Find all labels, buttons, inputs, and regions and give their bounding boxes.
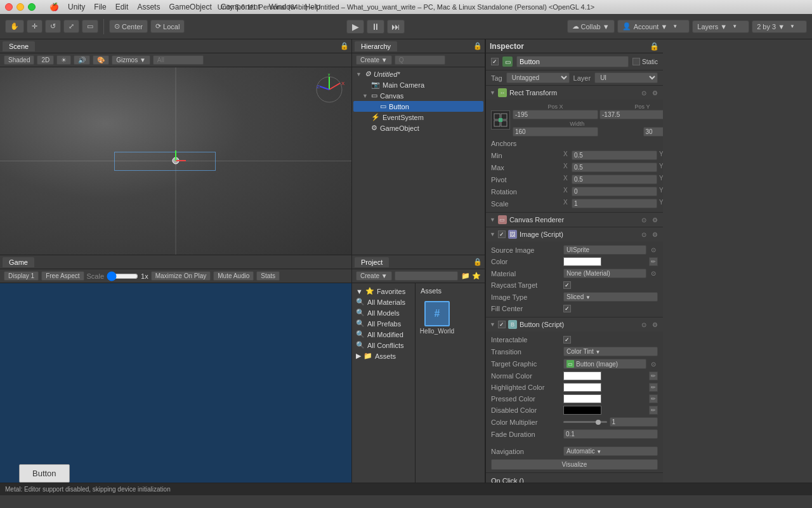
rot-x[interactable] (572, 187, 657, 196)
project-folder-all-modified[interactable]: 🔍 All Modified (352, 329, 415, 340)
inspector-lock-icon[interactable]: 🔒 (650, 42, 659, 51)
close-button[interactable] (5, 3, 13, 11)
project-star-icon[interactable]: ⭐ (472, 272, 481, 280)
layout-dropdown[interactable]: 2 by 3 ▼ (752, 20, 807, 33)
color-multiplier-slider[interactable] (563, 421, 607, 423)
scene-viewport[interactable]: X Y Z (0, 67, 351, 255)
2d-button[interactable]: 2D (37, 55, 54, 65)
material-target-btn[interactable]: ⊙ (649, 269, 658, 278)
canvas-renderer-gear-btn[interactable]: ⚙ (650, 215, 659, 224)
project-folder-all-conflicts[interactable]: 🔍 All Conflicts (352, 340, 415, 351)
anchor-widget[interactable] (491, 110, 510, 130)
scene-search-input[interactable] (153, 55, 204, 65)
source-image-ref[interactable]: UISprite (563, 245, 646, 255)
project-lock-icon[interactable]: 🔒 (473, 258, 482, 266)
rotate-tool[interactable]: ↺ (45, 20, 61, 33)
transform-gizmo[interactable] (163, 148, 188, 175)
display-dropdown[interactable]: Display 1 (4, 271, 39, 281)
material-ref[interactable]: None (Material) (563, 269, 646, 278)
layers-dropdown[interactable]: Layers ▼ (692, 20, 749, 33)
step-button[interactable]: ⏭ (387, 20, 405, 34)
button-script-ref-btn[interactable]: ⊙ (639, 320, 648, 329)
rect-transform-gear-btn[interactable]: ⚙ (650, 88, 659, 97)
tab-game[interactable]: Game (3, 257, 34, 267)
hand-tool[interactable]: ✋ (5, 20, 24, 33)
hierarchy-item-untitled[interactable]: ▼ ⚙ Untitled* (353, 69, 483, 79)
shading-dropdown[interactable]: Shaded (4, 55, 34, 65)
image-type-select[interactable]: Sliced (563, 292, 658, 302)
image-script-header[interactable]: ▼ ✓ 🖼 Image (Script) ⊙ ⚙ (486, 227, 663, 241)
canvas-renderer-header[interactable]: ▼ ▭ Canvas Renderer ⊙ ⚙ (486, 213, 663, 227)
height-input[interactable] (643, 127, 664, 137)
hierarchy-item-gameobject[interactable]: ⚙ GameObject (353, 123, 483, 133)
visualize-button[interactable]: Visualize (491, 459, 658, 470)
rect-transform-header[interactable]: ▼ ↔ Rect Transform ⊙ ⚙ (486, 86, 663, 100)
raycast-checkbox[interactable]: ✓ (563, 281, 571, 289)
pressed-color-swatch[interactable] (563, 394, 601, 403)
fill-center-checkbox[interactable]: ✓ (563, 305, 571, 312)
button-script-gear-btn[interactable]: ⚙ (650, 320, 659, 329)
interactable-checkbox[interactable]: ✓ (563, 336, 571, 344)
game-viewport[interactable]: Button (0, 283, 351, 495)
pos-y-input[interactable] (599, 110, 663, 119)
fade-duration-input[interactable] (563, 429, 658, 439)
static-checkbox[interactable]: Static (632, 58, 658, 65)
disabled-color-picker-btn[interactable]: ✏ (649, 406, 658, 415)
color-multiplier-input[interactable] (610, 417, 658, 427)
menu-apple[interactable]: 🍎 (49, 3, 59, 11)
button-script-enabled[interactable]: ✓ (498, 321, 506, 328)
collab-button[interactable]: ☁ Collab ▼ (567, 20, 615, 33)
normal-color-swatch[interactable] (563, 371, 601, 380)
menu-gameobject[interactable]: GameObject (169, 3, 211, 11)
color-picker-btn[interactable]: ✏ (649, 257, 658, 266)
account-dropdown[interactable]: 👤 Account ▼ (617, 20, 690, 33)
scene-lock-icon[interactable]: 🔒 (340, 42, 349, 50)
menu-edit[interactable]: Edit (115, 3, 129, 11)
mute-audio-btn[interactable]: Mute Audio (213, 271, 254, 281)
pause-button[interactable]: ⏸ (367, 20, 384, 34)
canvas-renderer-ref-btn[interactable]: ⊙ (639, 215, 648, 224)
target-graphic-ref[interactable]: ▭ Button (Image) (563, 359, 646, 369)
audio-button[interactable]: 🔊 (74, 55, 90, 65)
game-button-preview[interactable]: Button (19, 464, 70, 483)
disabled-color-swatch[interactable] (563, 406, 601, 415)
scale-tool[interactable]: ⤢ (63, 20, 79, 33)
scale-slider[interactable] (107, 271, 138, 281)
local-toggle[interactable]: ⟳ Local (150, 20, 185, 33)
menu-unity[interactable]: Unity (68, 3, 85, 11)
project-folder-icon[interactable]: 📁 (461, 272, 470, 280)
menu-assets[interactable]: Assets (137, 3, 160, 11)
source-image-target-btn[interactable]: ⊙ (649, 246, 658, 255)
effects-button[interactable]: 🎨 (93, 55, 109, 65)
tab-scene[interactable]: Scene (3, 41, 35, 51)
width-input[interactable] (513, 127, 598, 137)
highlighted-color-picker-btn[interactable]: ✏ (649, 383, 658, 392)
object-enabled-checkbox[interactable]: ✓ (491, 58, 499, 65)
minimize-button[interactable] (16, 3, 24, 11)
project-folder-all-models[interactable]: 🔍 All Models (352, 307, 415, 318)
anchor-max-x[interactable] (572, 163, 657, 172)
hierarchy-item-button[interactable]: ▭ Button (353, 101, 483, 112)
hierarchy-search-input[interactable] (395, 55, 445, 65)
project-folder-all-prefabs[interactable]: 🔍 All Prefabs (352, 318, 415, 329)
aspect-dropdown[interactable]: Free Aspect (41, 271, 84, 281)
hierarchy-lock-icon[interactable]: 🔒 (473, 42, 482, 50)
hierarchy-item-eventsystem[interactable]: ⚡ EventSystem (353, 112, 483, 123)
image-script-ref-btn[interactable]: ⊙ (639, 230, 648, 239)
rect-tool[interactable]: ▭ (82, 20, 98, 33)
menu-file[interactable]: File (94, 3, 106, 11)
project-create-btn[interactable]: Create ▼ (356, 271, 392, 281)
move-tool[interactable]: ✛ (27, 20, 43, 33)
transition-select[interactable]: Color Tint (563, 347, 658, 356)
image-script-gear-btn[interactable]: ⚙ (650, 230, 659, 239)
project-folder-all-materials[interactable]: 🔍 All Materials (352, 297, 415, 307)
anchor-min-x[interactable] (572, 150, 657, 160)
pos-x-input[interactable] (513, 110, 598, 119)
tab-hierarchy[interactable]: Hierarchy (355, 41, 397, 51)
gizmos-dropdown[interactable]: Gizmos ▼ (112, 55, 150, 65)
image-script-enabled[interactable]: ✓ (498, 231, 506, 238)
button-script-header[interactable]: ▼ ✓ B Button (Script) ⊙ ⚙ (486, 318, 663, 331)
project-folder-favorites[interactable]: ▼ ⭐ Favorites (352, 286, 415, 297)
asset-hello-world[interactable]: # Hello_World (418, 298, 456, 337)
rect-transform-ref-btn[interactable]: ⊙ (639, 88, 648, 97)
